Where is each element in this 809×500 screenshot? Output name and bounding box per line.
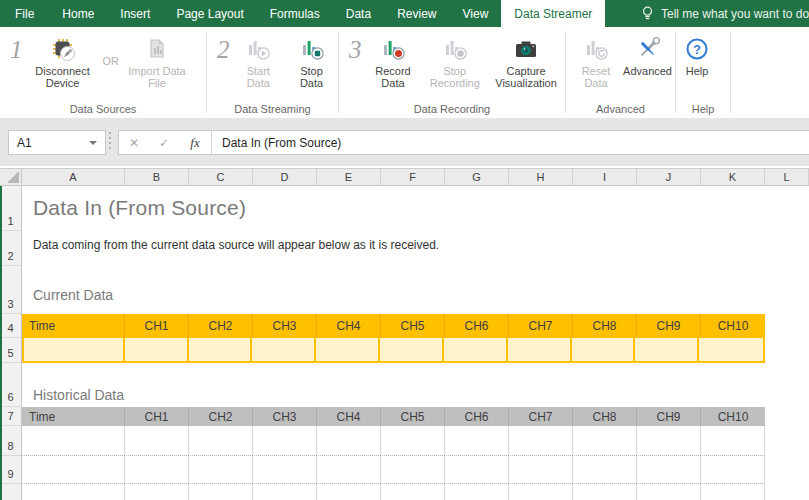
- historical-header-ch8[interactable]: CH8: [573, 407, 637, 426]
- help-button[interactable]: ? Help: [681, 33, 713, 78]
- grid-cell[interactable]: [317, 456, 381, 483]
- tab-home[interactable]: Home: [49, 0, 107, 27]
- grid-cell[interactable]: [253, 456, 317, 483]
- select-all-button[interactable]: [0, 169, 22, 185]
- row-header-8[interactable]: 8: [0, 426, 21, 456]
- current-value-cell[interactable]: [24, 338, 125, 361]
- grid-cell[interactable]: [445, 456, 509, 483]
- row-header-5[interactable]: 5: [0, 338, 21, 363]
- grid-cell[interactable]: [637, 484, 701, 500]
- current-header-ch6[interactable]: CH6: [445, 314, 509, 338]
- row-header-10[interactable]: [0, 484, 21, 500]
- start-data-button[interactable]: Start Data: [232, 33, 286, 89]
- grid-cell[interactable]: [253, 484, 317, 500]
- column-header-c[interactable]: C: [189, 169, 253, 185]
- tell-me-box[interactable]: Tell me what you want to do: [641, 0, 809, 27]
- grid-cell[interactable]: [573, 484, 637, 500]
- row-header-6[interactable]: 6: [0, 363, 21, 407]
- cell-title-data-in[interactable]: Data In (From Source): [33, 196, 246, 220]
- column-header-d[interactable]: D: [253, 169, 317, 185]
- historical-header-ch7[interactable]: CH7: [509, 407, 573, 426]
- column-header-f[interactable]: F: [381, 169, 445, 185]
- tab-view[interactable]: View: [450, 0, 502, 27]
- historical-header-ch3[interactable]: CH3: [253, 407, 317, 426]
- current-header-ch9[interactable]: CH9: [637, 314, 701, 338]
- formula-bar-grip[interactable]: [109, 132, 111, 149]
- disconnect-device-button[interactable]: Disconnect Device: [25, 33, 101, 89]
- historical-header-ch10[interactable]: CH10: [701, 407, 765, 426]
- grid-cell[interactable]: [317, 426, 381, 455]
- tab-insert[interactable]: Insert: [107, 0, 163, 27]
- grid-cell[interactable]: [573, 456, 637, 483]
- current-header-ch1[interactable]: CH1: [125, 314, 189, 338]
- column-header-j[interactable]: J: [637, 169, 701, 185]
- current-header-ch2[interactable]: CH2: [189, 314, 253, 338]
- grid-cell[interactable]: [445, 426, 509, 455]
- formula-input[interactable]: Data In (From Source): [212, 136, 809, 150]
- column-header-h[interactable]: H: [509, 169, 573, 185]
- capture-visualization-button[interactable]: Capture Visualization: [487, 33, 565, 89]
- row-header-1[interactable]: 1: [0, 186, 21, 231]
- tab-page-layout[interactable]: Page Layout: [163, 0, 256, 27]
- row-header-2[interactable]: 2: [0, 231, 21, 266]
- historical-header-ch2[interactable]: CH2: [189, 407, 253, 426]
- enter-icon[interactable]: ✓: [149, 136, 179, 150]
- current-value-cell[interactable]: [572, 338, 636, 361]
- grid-cell[interactable]: [701, 456, 765, 483]
- current-value-cell[interactable]: [635, 338, 699, 361]
- column-header-b[interactable]: B: [125, 169, 189, 185]
- grid-cell[interactable]: [445, 484, 509, 500]
- current-value-cell[interactable]: [380, 338, 444, 361]
- current-value-cell[interactable]: [125, 338, 189, 361]
- tab-formulas[interactable]: Formulas: [257, 0, 333, 27]
- grid-cell[interactable]: [381, 456, 445, 483]
- grid-cell[interactable]: [381, 426, 445, 455]
- column-header-e[interactable]: E: [317, 169, 381, 185]
- current-header-ch3[interactable]: CH3: [253, 314, 317, 338]
- current-header-ch10[interactable]: CH10: [701, 314, 765, 338]
- current-header-time[interactable]: Time: [22, 314, 125, 338]
- grid-cell[interactable]: [701, 484, 765, 500]
- import-data-file-button[interactable]: Import Data File: [123, 33, 191, 89]
- tab-review[interactable]: Review: [384, 0, 449, 27]
- record-data-button[interactable]: Record Data: [364, 33, 423, 89]
- column-header-i[interactable]: I: [573, 169, 637, 185]
- grid-cell[interactable]: [125, 426, 189, 455]
- name-box[interactable]: A1: [8, 130, 106, 155]
- historical-data-heading[interactable]: Historical Data: [33, 387, 124, 403]
- grid-cell[interactable]: [317, 484, 381, 500]
- current-header-ch5[interactable]: CH5: [381, 314, 445, 338]
- current-data-heading[interactable]: Current Data: [33, 287, 113, 303]
- stop-data-button[interactable]: Stop Data: [285, 33, 338, 89]
- grid-cell[interactable]: [189, 426, 253, 455]
- row-header-7[interactable]: 7: [0, 407, 21, 426]
- historical-header-ch9[interactable]: CH9: [637, 407, 701, 426]
- tab-data[interactable]: Data: [333, 0, 384, 27]
- grid-cell[interactable]: [189, 456, 253, 483]
- row-header-9[interactable]: 9: [0, 456, 21, 484]
- historical-header-ch5[interactable]: CH5: [381, 407, 445, 426]
- row-header-3[interactable]: 3: [0, 266, 21, 314]
- grid-cell[interactable]: [509, 426, 573, 455]
- current-value-cell[interactable]: [699, 338, 763, 361]
- name-box-dropdown-icon[interactable]: [89, 141, 97, 145]
- stop-recording-button[interactable]: Stop Recording: [422, 33, 487, 89]
- current-value-cell[interactable]: [189, 338, 253, 361]
- row-header-4[interactable]: 4: [0, 314, 21, 338]
- historical-header-ch6[interactable]: CH6: [445, 407, 509, 426]
- current-value-cell[interactable]: [252, 338, 316, 361]
- cancel-icon[interactable]: ✕: [119, 136, 149, 150]
- column-header-k[interactable]: K: [701, 169, 765, 185]
- grid-cell[interactable]: [189, 484, 253, 500]
- cell-subtitle[interactable]: Data coming from the current data source…: [33, 238, 439, 252]
- grid-cell[interactable]: [573, 426, 637, 455]
- current-header-ch7[interactable]: CH7: [509, 314, 573, 338]
- grid-cell[interactable]: [125, 456, 189, 483]
- historical-header-time[interactable]: Time: [22, 407, 125, 426]
- grid-cell[interactable]: [253, 426, 317, 455]
- historical-header-ch1[interactable]: CH1: [125, 407, 189, 426]
- current-value-cell[interactable]: [316, 338, 380, 361]
- column-header-a[interactable]: A: [22, 169, 125, 185]
- grid-cell[interactable]: [509, 456, 573, 483]
- tab-data-streamer[interactable]: Data Streamer: [501, 0, 605, 27]
